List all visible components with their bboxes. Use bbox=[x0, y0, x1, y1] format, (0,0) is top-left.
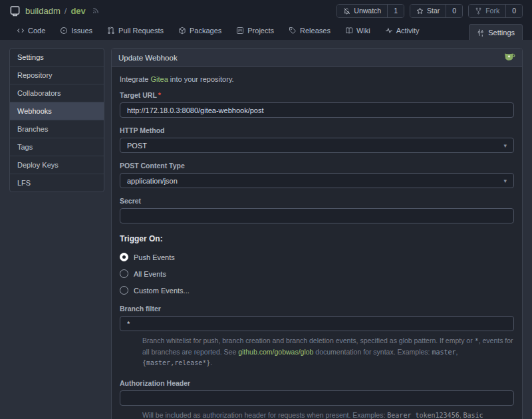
intro-text: Integrate Gitea into your repository. bbox=[120, 75, 514, 83]
fork-button-group: Fork 0 bbox=[468, 4, 523, 18]
radio-push-events[interactable]: Push Events bbox=[120, 253, 514, 261]
repo-name-link[interactable]: dev bbox=[70, 6, 85, 16]
stars-count[interactable]: 0 bbox=[446, 5, 462, 17]
help-text: documentation for syntax. Examples: bbox=[313, 348, 432, 356]
authorization-header-input[interactable] bbox=[120, 390, 514, 406]
package-icon bbox=[178, 27, 186, 35]
fork-button[interactable]: Fork bbox=[469, 5, 505, 17]
intro-pre: Integrate bbox=[120, 75, 150, 83]
unwatch-label: Unwatch bbox=[354, 7, 381, 15]
tab-packages[interactable]: Packages bbox=[171, 21, 229, 40]
top-header-bar: buildadm / dev Unwatch 1 bbox=[0, 0, 532, 21]
tab-packages-label: Packages bbox=[190, 27, 221, 35]
repo-owner-link[interactable]: buildadm bbox=[25, 6, 61, 16]
radio-button-icon bbox=[120, 253, 128, 261]
tab-releases[interactable]: Releases bbox=[281, 21, 338, 40]
secret-field: Secret bbox=[120, 197, 514, 223]
tab-pull-requests[interactable]: Pull Requests bbox=[100, 21, 171, 40]
breadcrumb: buildadm / dev bbox=[25, 6, 86, 16]
tab-wiki-label: Wiki bbox=[356, 27, 370, 35]
sidebar-item-collaborators[interactable]: Collaborators bbox=[10, 84, 104, 102]
page-content: Settings Repository Collaborators Webhoo… bbox=[0, 40, 532, 419]
star-button[interactable]: Star bbox=[410, 5, 446, 17]
tab-issues-label: Issues bbox=[71, 27, 92, 35]
help-code: Bearer token123456 bbox=[387, 412, 459, 419]
tab-issues[interactable]: Issues bbox=[53, 21, 100, 40]
tab-activity[interactable]: Activity bbox=[378, 21, 427, 40]
http-method-select[interactable]: POST ▾ bbox=[120, 138, 514, 153]
content-type-value: application/json bbox=[127, 177, 178, 185]
unwatch-button[interactable]: Unwatch bbox=[337, 5, 387, 17]
issue-icon bbox=[60, 27, 68, 35]
pull-request-icon bbox=[107, 27, 115, 35]
watchers-count[interactable]: 1 bbox=[387, 5, 404, 17]
target-url-label-text: Target URL bbox=[120, 91, 157, 99]
secret-label: Secret bbox=[120, 197, 514, 205]
webhook-settings-panel: Update Webhook Integrate Gitea into your… bbox=[111, 48, 523, 419]
fork-label: Fork bbox=[485, 7, 499, 15]
tab-wiki[interactable]: Wiki bbox=[338, 21, 378, 40]
repo-action-buttons: Unwatch 1 Star 0 bbox=[336, 4, 523, 18]
sidebar-item-repository[interactable]: Repository bbox=[10, 66, 104, 84]
help-code: {master,release*} bbox=[142, 359, 210, 366]
sidebar-item-branches[interactable]: Branches bbox=[10, 120, 104, 138]
star-button-group: Star 0 bbox=[410, 4, 463, 18]
pulse-icon bbox=[385, 27, 393, 35]
required-asterisk: * bbox=[158, 91, 161, 99]
radio-custom-events[interactable]: Custom Events... bbox=[120, 286, 514, 295]
gitea-link[interactable]: Gitea bbox=[150, 75, 168, 83]
http-method-label: HTTP Method bbox=[120, 126, 514, 134]
glob-docs-link[interactable]: github.com/gobwas/glob bbox=[238, 348, 313, 356]
content-type-select[interactable]: application/json ▾ bbox=[120, 173, 514, 188]
http-method-value: POST bbox=[127, 142, 147, 150]
breadcrumb-separator: / bbox=[65, 6, 67, 16]
push-events-label: Push Events bbox=[134, 253, 175, 261]
sidebar-item-tags[interactable]: Tags bbox=[10, 138, 104, 156]
sidebar-item-lfs[interactable]: LFS bbox=[10, 174, 104, 192]
sidebar-item-deploy-keys[interactable]: Deploy Keys bbox=[10, 156, 104, 174]
rss-feed-icon[interactable] bbox=[92, 7, 100, 15]
fork-icon bbox=[475, 7, 482, 15]
http-method-field: HTTP Method POST ▾ bbox=[120, 126, 514, 153]
authorization-header-label: Authorization Header bbox=[120, 379, 514, 387]
forks-count[interactable]: 0 bbox=[505, 5, 522, 17]
tab-projects-label: Projects bbox=[247, 27, 274, 35]
radio-button-icon bbox=[120, 286, 128, 295]
tab-code-label: Code bbox=[28, 27, 45, 35]
bell-slash-icon bbox=[343, 7, 350, 15]
sidebar-item-webhooks[interactable]: Webhooks bbox=[10, 102, 104, 120]
help-code: master bbox=[432, 349, 456, 356]
tab-projects[interactable]: Projects bbox=[229, 21, 281, 40]
tab-activity-label: Activity bbox=[396, 27, 420, 35]
content-type-field: POST Content Type application/json ▾ bbox=[120, 162, 514, 188]
help-text: Will be included as authorization header… bbox=[142, 411, 387, 419]
repo-nav-bar: Code Issues Pull Requests Packages bbox=[0, 21, 532, 40]
tag-icon bbox=[289, 27, 297, 35]
project-icon bbox=[236, 27, 244, 35]
tools-icon bbox=[477, 29, 485, 37]
branch-filter-input[interactable] bbox=[120, 316, 514, 331]
branch-filter-help: Branch whitelist for push, branch creati… bbox=[142, 335, 514, 368]
content-type-label: POST Content Type bbox=[120, 162, 514, 170]
code-icon bbox=[17, 27, 25, 35]
tab-pull-requests-label: Pull Requests bbox=[118, 27, 164, 35]
help-text: Branch whitelist for push, branch creati… bbox=[142, 337, 475, 345]
tab-releases-label: Releases bbox=[300, 27, 331, 35]
tab-settings[interactable]: Settings bbox=[469, 24, 523, 40]
help-text: , bbox=[456, 348, 458, 356]
gitea-logo bbox=[503, 53, 515, 63]
target-url-input[interactable] bbox=[120, 102, 514, 118]
secret-input[interactable] bbox=[120, 208, 514, 223]
chevron-down-icon: ▾ bbox=[503, 142, 507, 149]
radio-all-events[interactable]: All Events bbox=[120, 269, 514, 278]
tab-code[interactable]: Code bbox=[9, 21, 53, 40]
star-icon bbox=[416, 7, 424, 15]
intro-post: into your repository. bbox=[168, 75, 234, 83]
authorization-header-field: Authorization Header Will be included as… bbox=[120, 379, 514, 419]
repo-icon bbox=[9, 5, 21, 17]
panel-header: Update Webhook bbox=[112, 49, 522, 67]
radio-button-icon bbox=[120, 269, 128, 278]
authorization-header-help: Will be included as authorization header… bbox=[142, 410, 514, 419]
branch-filter-field: Branch filter Branch whitelist for push,… bbox=[120, 305, 514, 368]
custom-events-label: Custom Events... bbox=[134, 287, 190, 295]
